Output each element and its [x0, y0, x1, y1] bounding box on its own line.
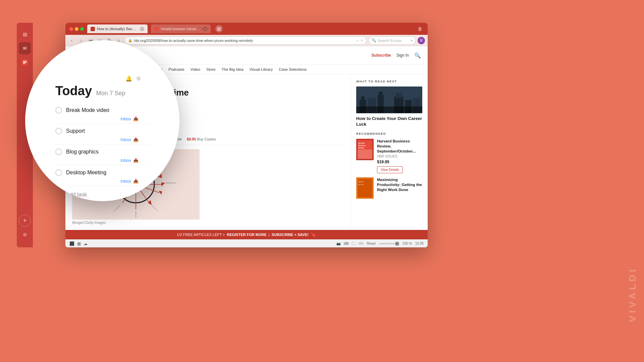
tab-close-active[interactable]: × [140, 27, 144, 31]
task-meta-3: Inbox 📥 [55, 158, 149, 165]
address-bar[interactable]: 🔒 hbr.org/2020/08/how-to-actually-save-t… [124, 37, 367, 45]
reset-label[interactable]: Reset [367, 242, 375, 245]
task-divider-1 [55, 123, 149, 124]
panel-icon[interactable]: ▦ [77, 241, 81, 246]
search-box[interactable]: 🔍 Search Ecosia ▾ [369, 37, 416, 45]
zoom-control[interactable] [379, 243, 399, 244]
todoist-top-actions: 🔔 ⚙ [125, 75, 141, 82]
reader-icon[interactable]: ≡ [361, 39, 363, 42]
profile-avatar[interactable]: U [418, 37, 425, 44]
close-button[interactable] [69, 27, 73, 31]
maximize-button[interactable] [80, 27, 84, 31]
image-caption: MirageC/Getty Images [72, 221, 344, 225]
notification-bell-icon[interactable]: 🔔 [125, 75, 132, 82]
sidebar-todoist-icon[interactable] [19, 56, 31, 68]
address-text: hbr.org/2020/08/how-to-actually-save-tim… [134, 39, 354, 43]
fullscreen-icon[interactable]: ⛶ [352, 242, 355, 245]
search-dropdown-icon[interactable]: ▾ [411, 39, 413, 42]
productivity-book-cover-svg: How to Maximize [356, 177, 374, 199]
svg-text:Business: Business [358, 144, 366, 146]
zoom-slider[interactable] [379, 243, 399, 244]
rec-name-1[interactable]: Harvard Business Review, September/Octob… [377, 139, 422, 154]
task-meta-4: Inbox 📥 [55, 179, 149, 186]
traffic-lights [69, 27, 84, 31]
subscribe-link[interactable]: SUBSCRIBE + SAVE! [272, 233, 309, 237]
devtools-icon[interactable]: </> [359, 242, 363, 245]
trash-icon[interactable]: 🗑 [416, 25, 424, 33]
todoist-logo-svg [22, 59, 28, 65]
sidebar-settings-icon[interactable]: ⚙ [19, 229, 31, 241]
tab-favicon-vivaldi [154, 27, 159, 31]
today-label: Today [55, 84, 92, 98]
browser-tab-inactive[interactable]: Vivaldi browser introduces... × [151, 24, 211, 33]
svg-text:Maximize: Maximize [358, 184, 364, 185]
task-checkbox-3[interactable] [55, 148, 62, 155]
task-row-3: Blog graphics [55, 146, 149, 158]
task-label-2: Support [66, 128, 149, 134]
rec-price-1: $19.95 [377, 160, 422, 164]
browser-tab-active[interactable]: How to (Actually) Save Tim... × [87, 24, 148, 33]
task-label-4: Desktop Meeting [66, 170, 149, 176]
hbr-search-icon[interactable]: 🔍 [414, 52, 421, 59]
task-item-4: Desktop Meeting Inbox 📥 [55, 167, 149, 186]
task-item-3: Blog graphics Inbox 📥 [55, 146, 149, 165]
hbr-nav-podcasts[interactable]: Podcasts [169, 67, 184, 72]
tab-close-inactive[interactable]: × [203, 27, 207, 31]
what-to-read-image [356, 86, 422, 113]
task-inbox-label-3[interactable]: Inbox [120, 158, 131, 163]
hbr-nav-thebigidea[interactable]: The Big Idea [222, 67, 244, 72]
task-inbox-label-2[interactable]: Inbox [120, 137, 131, 142]
zoom-handle[interactable] [395, 242, 399, 246]
task-inbox-icon-4: 📥 [133, 179, 139, 184]
svg-rect-40 [356, 107, 422, 113]
hbr-subscribe-button[interactable]: Subscribe [372, 53, 391, 58]
cloud-icon[interactable]: ☁ [84, 241, 88, 246]
minimize-button[interactable] [75, 27, 78, 31]
back-button[interactable]: ‹ [68, 37, 75, 44]
search-placeholder: Search Ecosia [378, 39, 401, 43]
add-task-label: Add task [66, 192, 87, 198]
task-checkbox-2[interactable] [55, 128, 62, 134]
sidebar-add-icon[interactable]: + [19, 215, 31, 227]
hbr-signin-link[interactable]: Sign In [396, 53, 409, 58]
rec-info-1: Harvard Business Review, September/Octob… [377, 139, 422, 173]
task-row-2: Support [55, 125, 149, 137]
task-inbox-icon-2: 📥 [133, 137, 139, 142]
recommended-item-1: Harvard Business Review Harvard Business… [356, 139, 422, 173]
task-label-1: Break Mode video [66, 107, 149, 113]
sidebar-mail-icon[interactable]: ✉ [19, 42, 31, 54]
view-details-button[interactable]: View Details [377, 166, 403, 173]
task-item-1: Break Mode video Inbox 📥 [55, 104, 149, 124]
action-buy-copies[interactable]: $8.95 Buy Copies [187, 137, 216, 141]
screenshot-icon[interactable]: 📷 [336, 242, 340, 245]
hbr-nav-video[interactable]: Video [191, 67, 200, 72]
svg-rect-46 [358, 149, 372, 159]
settings-gear-icon[interactable]: ⚙ [136, 75, 141, 82]
add-task-plus-icon: + [55, 191, 62, 198]
svg-text:Harvard: Harvard [358, 142, 365, 144]
bookmark-icon[interactable]: ⊹ [356, 39, 359, 42]
task-checkbox-1[interactable] [55, 107, 62, 114]
window-icon[interactable]: ⬛ [69, 241, 74, 246]
register-link[interactable]: REGISTER FOR MORE [227, 233, 267, 237]
task-inbox-icon-3: 📥 [133, 158, 139, 163]
statusbar-right: 📷 ⌨ ⛶ </> Reset 100 % 13:35 [336, 242, 424, 245]
hbr-magazine-cover-svg: Harvard Business Review [356, 139, 374, 160]
svg-rect-37 [396, 93, 402, 98]
task-checkbox-4[interactable] [55, 169, 62, 176]
task-inbox-label-1[interactable]: Inbox [120, 116, 131, 121]
task-meta-1: Inbox 📥 [55, 116, 149, 123]
add-task-row[interactable]: + Add task [55, 187, 149, 201]
city-skyline-svg [356, 86, 422, 113]
task-inbox-label-4[interactable]: Inbox [120, 179, 131, 184]
task-inbox-icon-1: 📥 [133, 116, 139, 121]
hbr-nav-visuallibrary[interactable]: Visual Library [250, 67, 273, 72]
what-to-read-article-title[interactable]: How to Create Your Own Career Luck [356, 116, 422, 127]
date-sub: Mon 7 Sep [96, 90, 125, 97]
hbr-nav-caseselections[interactable]: Case Selections [279, 67, 307, 72]
new-tab-button[interactable]: ⊞ [215, 25, 223, 33]
hbr-nav-store[interactable]: Store [206, 67, 216, 72]
rec-name-2[interactable]: Maximizing Productivity: Getting the Rig… [377, 177, 422, 192]
code-icon[interactable]: ⌨ [344, 242, 348, 245]
sidebar-tabs-icon[interactable]: ▤ [19, 28, 31, 40]
